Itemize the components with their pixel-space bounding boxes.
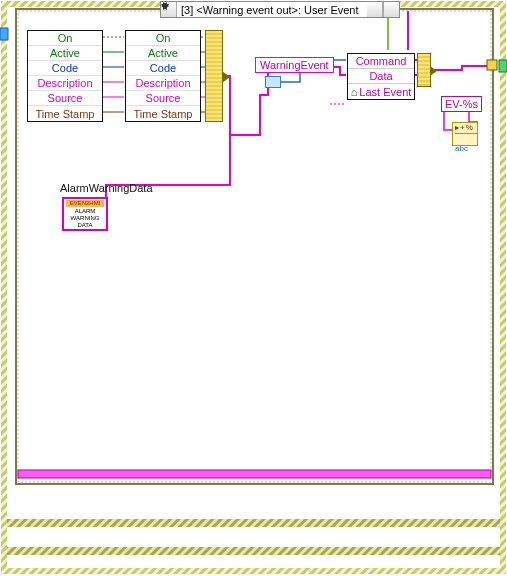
format-abc-label: abc [455,145,468,153]
command-bundle-row: Command [348,54,414,69]
warning-event-enum-constant[interactable] [265,76,281,88]
event-case-selector[interactable]: [3] <Warning event out>: User Event [160,1,400,18]
svg-marker-34 [161,4,169,9]
case-dropdown-button[interactable] [383,2,399,17]
command-bundle-row: ⌂Last Event [348,84,414,99]
cluster-row: Code [28,61,102,76]
alarm-warning-data-constant[interactable]: EVEN2HMI ALARM WARNING DATA [62,197,108,231]
bundle-dest-cluster[interactable]: OnActiveCodeDescriptionSourceTime Stamp [125,30,201,122]
cluster-row: Active [126,46,200,61]
svg-rect-7 [7,547,500,555]
alarm-const-header: EVEN2HMI [66,200,104,207]
block-diagram: [3] <Warning event out>: User Event OnAc… [0,0,507,576]
unbundle-source-cluster[interactable]: OnActiveCodeDescriptionSourceTime Stamp [27,30,103,122]
svg-rect-31 [487,60,497,70]
event-case-label[interactable]: [3] <Warning event out>: User Event [177,2,367,17]
cluster-row: Code [126,61,200,76]
bundle-by-name-node[interactable] [205,30,223,122]
svg-rect-12 [0,28,8,40]
cluster-row: Time Stamp [126,106,200,121]
svg-rect-13 [499,60,507,72]
warning-event-label: WarningEvent [255,57,334,73]
cluster-row: Description [126,76,200,91]
cluster-row: Source [126,91,200,106]
command-bundle-node[interactable] [417,53,431,87]
cluster-row: Description [28,76,102,91]
cluster-row: On [126,31,200,46]
command-bundle-row: Data [348,69,414,84]
format-string-constant[interactable]: EV-%s [441,96,482,112]
cluster-row: On [28,31,102,46]
alarm-const-line2: WARNING [64,215,106,222]
cluster-row: Time Stamp [28,106,102,121]
format-into-string-node[interactable]: ▸+% abc [452,122,478,146]
next-case-button[interactable] [367,2,383,17]
svg-rect-10 [18,470,491,478]
alarm-const-line3: DATA [64,222,106,229]
svg-rect-6 [7,519,500,527]
cluster-row: Active [28,46,102,61]
home-icon: ⌂ [351,86,358,98]
command-bundle-cluster[interactable]: CommandData⌂Last Event [347,53,415,100]
alarm-const-line1: ALARM [64,208,106,215]
cluster-row: Source [28,91,102,106]
alarm-warning-data-label: AlarmWarningData [60,182,153,194]
